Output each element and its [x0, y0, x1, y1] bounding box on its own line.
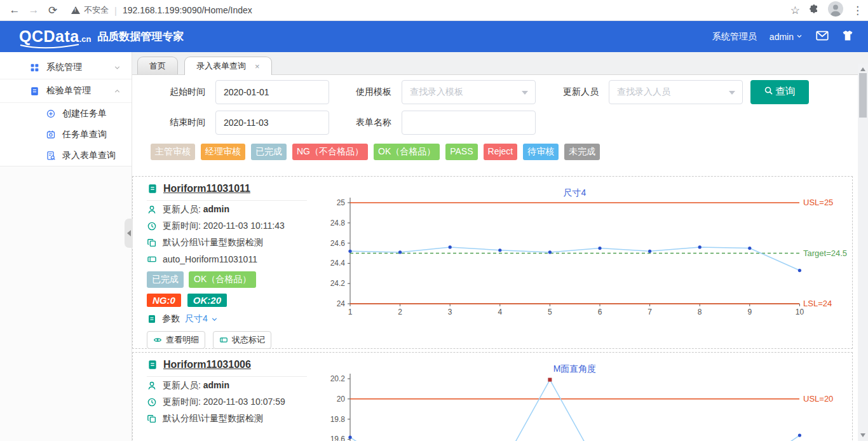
browser-toolbar: ← → ⟳ 不安全 | 192.168.1.199:9090/Home/Inde…: [0, 0, 868, 21]
card-title-row: Horiform11031006: [147, 359, 307, 377]
card-list: Horiform11031011 更新人员: admin 更新时间: 2020-…: [132, 176, 868, 441]
user-icon: [147, 205, 157, 215]
svg-text:24.2: 24.2: [330, 279, 346, 288]
param-label: 参数: [162, 313, 180, 325]
card-info-line: 默认分组\计量型数据检测: [147, 410, 313, 426]
logo-swoosh: [19, 44, 80, 50]
tag-icon: [219, 336, 228, 344]
refresh-icon[interactable]: ⟳: [43, 4, 62, 17]
svg-text:24: 24: [337, 299, 346, 308]
scroll-up-icon[interactable]: [860, 67, 865, 71]
info-text: 默认分组\计量型数据检测: [163, 413, 263, 424]
browser-menu-icon[interactable]: ⋮: [852, 4, 863, 17]
user-menu[interactable]: admin: [770, 32, 803, 42]
shirt-icon[interactable]: [841, 29, 854, 44]
svg-text:7: 7: [648, 308, 652, 316]
card-chart-panel: M面直角度20.22019.819.612345678910USL=20: [313, 353, 853, 441]
status-badge: 经理审核: [201, 144, 245, 160]
user-icon: [147, 381, 157, 391]
card-info-line: 默认分组\计量型数据检测: [147, 234, 313, 250]
magnifier-icon: [764, 86, 773, 98]
inspection-card: Horiform11031011 更新人员: admin 更新时间: 2020-…: [132, 176, 853, 349]
filter-row-1: 起始时间 使用模板 查找录入模板 更新人员 查找录入人员 查询: [170, 79, 868, 104]
template-label: 使用模板: [356, 86, 393, 98]
sidebar-subitem-1[interactable]: 任务单查询: [0, 124, 132, 145]
svg-text:2: 2: [398, 308, 402, 316]
updater-select-placeholder: 查找录入人员: [617, 86, 670, 98]
profile-avatar[interactable]: [828, 1, 843, 19]
status-badge: OK（合格品）: [374, 144, 440, 160]
app-header: QCData .cn 品质数据管理专家 系统管理员 admin: [0, 21, 868, 52]
svg-text:USL=25: USL=25: [803, 198, 833, 207]
status-badge: 已完成: [251, 144, 287, 160]
svg-text:1: 1: [348, 308, 353, 316]
close-icon[interactable]: ×: [255, 62, 260, 71]
updater-select[interactable]: 查找录入人员: [609, 80, 743, 104]
form-name-input[interactable]: [402, 111, 536, 135]
sidebar-item-0[interactable]: 系统管理: [0, 56, 132, 79]
status-mark-button[interactable]: 状态标记: [213, 331, 271, 349]
bookmark-star-icon[interactable]: ☆: [790, 4, 800, 17]
chevron-down-icon: [113, 64, 121, 72]
param-select[interactable]: 尺寸4: [185, 313, 219, 325]
scroll-down-icon[interactable]: [860, 433, 865, 437]
back-icon[interactable]: ←: [5, 4, 24, 17]
updater-label: 更新人员: [563, 86, 600, 98]
end-time-input[interactable]: [215, 111, 329, 135]
scrollbar-thumb[interactable]: [859, 73, 867, 118]
user-role-label: 系统管理员: [712, 31, 757, 43]
brand-logo[interactable]: QCData .cn: [19, 27, 91, 46]
search-button[interactable]: 查询: [750, 80, 809, 104]
sidebar-subitem-2[interactable]: 录入表单查询: [0, 145, 132, 166]
card-title-link[interactable]: Horiform11031011: [163, 183, 250, 194]
address-bar[interactable]: 192.168.1.199:9090/Home/Index: [123, 5, 252, 15]
username: admin: [770, 32, 794, 42]
count-badge: OK:20: [187, 294, 227, 307]
mail-icon: [816, 29, 829, 42]
sidebar-item-label: 系统管理: [46, 62, 82, 73]
template-select[interactable]: 查找录入模板: [402, 80, 536, 104]
svg-text:24.6: 24.6: [330, 239, 346, 248]
sidebar-menu: 系统管理 检验单管理 创建任务单任务单查询录入表单查询: [0, 52, 132, 166]
extensions-puzzle-icon[interactable]: [809, 4, 819, 17]
start-time-input[interactable]: [215, 80, 329, 104]
sidebar-item-1[interactable]: 检验单管理: [0, 79, 132, 103]
tab-label: 首页: [149, 60, 166, 72]
task-search-icon: [46, 130, 56, 140]
view-detail-button[interactable]: 查看明细: [147, 331, 205, 349]
svg-text:4: 4: [498, 308, 502, 316]
magnifier-icon: [764, 86, 773, 95]
template-select-placeholder: 查找录入模板: [410, 86, 463, 98]
card-info-line: auto_Horiform11031011: [147, 251, 313, 267]
vertical-scrollbar[interactable]: [858, 64, 868, 441]
tag-icon: [147, 254, 157, 264]
document-icon: [147, 314, 157, 324]
plus-circle-icon: [46, 109, 56, 119]
security-warning-icon[interactable]: [71, 6, 80, 14]
url-separator: |: [114, 5, 117, 16]
sidebar-subitem-0[interactable]: 创建任务单: [0, 103, 132, 124]
sidebar-collapse-handle[interactable]: [125, 219, 133, 248]
security-label[interactable]: 不安全: [84, 4, 109, 16]
info-text: auto_Horiform11031011: [163, 254, 257, 264]
document-icon: [147, 183, 158, 194]
svg-text:19.8: 19.8: [330, 415, 346, 424]
status-badge: 待审核: [523, 144, 559, 160]
forward-icon[interactable]: →: [24, 4, 43, 17]
card-title-link[interactable]: Horiform11031006: [163, 359, 251, 370]
eye-icon: [153, 336, 162, 344]
puzzle-icon: [809, 4, 819, 14]
status-badge: 主管审核: [151, 144, 195, 160]
chart-title: 尺寸4: [564, 187, 587, 198]
svg-text:10: 10: [796, 308, 804, 316]
svg-text:20.2: 20.2: [330, 374, 346, 383]
tab-home[interactable]: 首页: [137, 57, 178, 74]
svg-text:8: 8: [698, 308, 702, 316]
start-time-label: 起始时间: [170, 86, 207, 98]
mail-icon[interactable]: [816, 29, 829, 44]
svg-text:19.6: 19.6: [330, 435, 346, 441]
card-chart-panel: 尺寸42524.824.624.424.22412345678910USL=25…: [313, 177, 853, 348]
app-body: 系统管理 检验单管理 创建任务单任务单查询录入表单查询 首页录入表单查询× 起始…: [0, 52, 868, 441]
status-badge: NG（不合格品）: [292, 144, 368, 160]
tab-form-query[interactable]: 录入表单查询×: [184, 57, 272, 75]
